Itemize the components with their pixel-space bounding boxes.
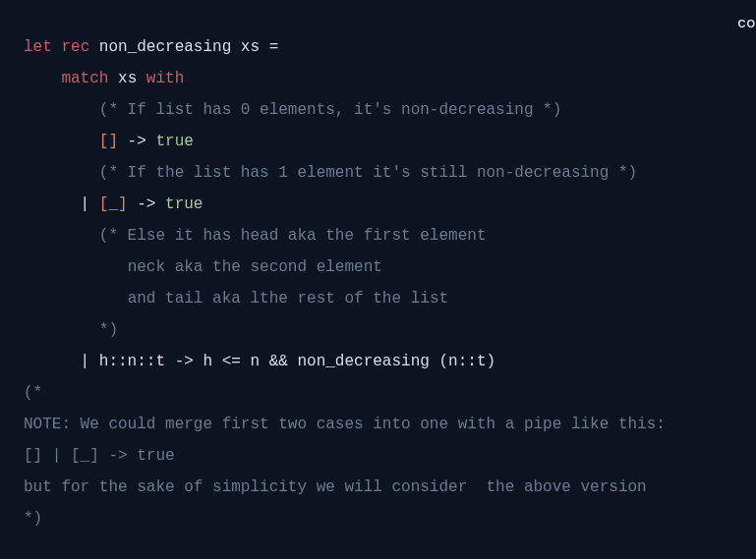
copy-button[interactable]: CO bbox=[738, 8, 757, 39]
indent bbox=[24, 133, 99, 150]
indent bbox=[24, 353, 81, 370]
bool-true: true bbox=[165, 196, 203, 213]
empty-list: [] bbox=[99, 133, 118, 150]
comment-close: *) bbox=[24, 510, 42, 528]
function-signature: non_decreasing xs = bbox=[89, 38, 278, 56]
keyword-with: with bbox=[146, 70, 184, 87]
pipe-pattern: | bbox=[24, 196, 99, 213]
keyword-match: match bbox=[61, 70, 108, 87]
comment: (* Else it has head aka the first elemen… bbox=[99, 227, 487, 245]
keyword-rec: rec bbox=[61, 38, 89, 56]
indent bbox=[24, 70, 61, 87]
keyword-let: let bbox=[24, 38, 52, 56]
comment-open: (* bbox=[24, 384, 42, 402]
comment: neck aka the second element bbox=[128, 258, 382, 276]
param-xs: xs bbox=[108, 70, 145, 87]
indent bbox=[24, 258, 128, 276]
indent bbox=[24, 227, 99, 245]
comment-reason: but for the sake of simplicity we will c… bbox=[24, 478, 647, 496]
single-list: [_] bbox=[99, 196, 128, 213]
arrow: -> bbox=[128, 196, 165, 213]
comment: *) bbox=[99, 321, 118, 339]
comment-note: NOTE: We could merge first two cases int… bbox=[24, 416, 666, 433]
indent bbox=[24, 101, 99, 119]
pattern-match: | h::n::t -> h <= n && non_decreasing (n… bbox=[81, 353, 495, 370]
indent bbox=[24, 321, 99, 339]
indent bbox=[24, 164, 99, 182]
indent bbox=[24, 290, 128, 307]
arrow: -> bbox=[118, 133, 155, 150]
comment-example: [] | [_] -> true bbox=[24, 447, 175, 465]
comment: (* If the list has 1 element it's still … bbox=[99, 164, 637, 182]
code-block: let rec non_decreasing xs = match xs wit… bbox=[0, 0, 756, 534]
comment: (* If list has 0 elements, it's non-decr… bbox=[99, 101, 561, 119]
bool-true: true bbox=[155, 133, 193, 150]
comment: and tail aka lthe rest of the list bbox=[128, 290, 448, 307]
